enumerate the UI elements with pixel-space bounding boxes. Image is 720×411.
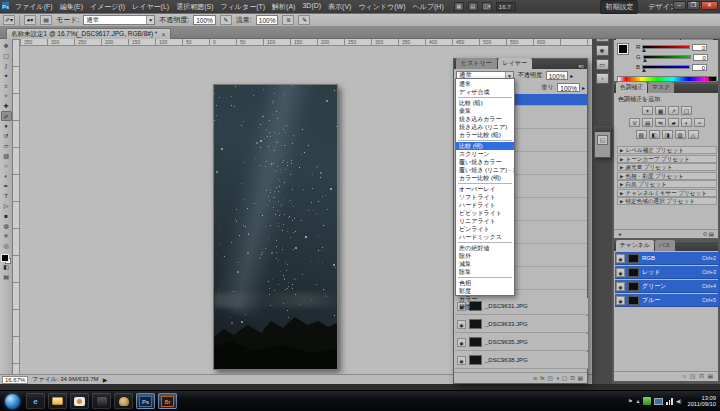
close-button[interactable]: ✕ — [701, 1, 718, 10]
blend-mode-option[interactable]: カラー比較 (暗) — [456, 131, 514, 139]
switch-panel-icon[interactable]: ◂ — [618, 231, 621, 237]
restore-button[interactable]: ❐ — [687, 1, 700, 10]
layer-row[interactable]: ◉_DSC9633.JPG — [455, 316, 588, 333]
layers-footer-icon-4[interactable]: ▢ — [562, 375, 567, 381]
layer-visibility-eye-icon[interactable]: ◉ — [457, 338, 466, 347]
document-tab[interactable]: 名称未設定1 @ 16.7%(_DSC9617.JPG, RGB/8#) * × — [6, 28, 171, 39]
channel-row[interactable]: ◉レッドCtrl+3 — [615, 266, 719, 279]
status-zoom-input[interactable]: 16.67% — [2, 376, 28, 384]
photoshop-logo-icon[interactable]: Ps — [2, 2, 9, 12]
workspace-active[interactable]: 初期設定 — [600, 0, 638, 14]
foreground-color-icon[interactable] — [1, 254, 9, 262]
menubar-menu[interactable]: 解析(A) — [272, 2, 295, 12]
blend-mode-option[interactable]: 焼き込み (リニア) — [456, 123, 514, 131]
adjustment-icon[interactable]: ≈ — [694, 118, 705, 127]
path-select-tool[interactable]: ▷ — [1, 201, 12, 211]
taskbar-app-icon-2[interactable] — [114, 393, 133, 409]
mini-panel-icon[interactable]: ◱ — [597, 135, 608, 145]
screen-mode-icon[interactable]: ◫▾ — [482, 2, 492, 11]
channel-visibility-eye-icon[interactable]: ◉ — [616, 254, 625, 263]
channels-tab[interactable]: パス — [655, 240, 675, 251]
brush-tool-icon[interactable]: ✐▾ — [3, 15, 15, 25]
adjustment-icon[interactable]: ▨ — [636, 130, 647, 139]
channels-footer-icon-1[interactable]: ◳ — [690, 373, 695, 379]
opacity-input[interactable]: 100% — [193, 15, 216, 25]
adjustment-icon[interactable]: △ — [688, 130, 699, 139]
channels-footer-icon-2[interactable]: ⊡ — [699, 373, 704, 379]
adjustment-icon[interactable]: ◧ — [649, 130, 660, 139]
adjustment-preset-row[interactable]: ▶チャンネルミキサー プリセット — [617, 189, 717, 197]
adjustments-tab[interactable]: 色調補正 — [616, 82, 647, 93]
layers-footer-icon-3[interactable]: ◑ — [556, 375, 559, 381]
pressure-size-icon[interactable]: ✎ — [298, 15, 310, 25]
layers-footer-icon-5[interactable]: ⊡ — [570, 375, 575, 381]
network-icon[interactable] — [666, 398, 673, 405]
photoshop-taskbar-button[interactable]: Ps — [136, 393, 155, 409]
blend-mode-option[interactable]: 色相 — [456, 279, 514, 287]
channel-row[interactable]: ◉RGBCtrl+2 — [615, 252, 719, 265]
rotate-view-tool[interactable]: ◍ — [1, 221, 12, 231]
crop-tool[interactable]: ⌗ — [1, 81, 12, 91]
lasso-tool[interactable]: ʃ — [1, 61, 12, 71]
blend-mode-option[interactable]: オーバーレイ — [456, 185, 514, 193]
blend-mode-option[interactable]: リニアライト — [456, 217, 514, 225]
mini-panel-titlebar[interactable] — [595, 127, 610, 132]
blend-mode-option[interactable]: 通常 — [456, 80, 514, 88]
adjustment-icon[interactable]: ▤ — [642, 118, 653, 127]
channels-footer-icon-0[interactable]: ○ — [683, 373, 686, 379]
blend-mode-option[interactable]: 除算 — [456, 268, 514, 276]
brush-preset-picker[interactable]: ●▾ — [24, 15, 36, 25]
taskbar-clock[interactable]: 13:09 2011/09/10 — [684, 395, 716, 408]
internet-explorer-icon[interactable]: e — [26, 393, 45, 409]
collapsed-panel-icon-4[interactable]: ◔ — [596, 73, 609, 84]
tray-app-icon[interactable] — [643, 397, 651, 405]
pen-tool[interactable]: ✒ — [1, 181, 12, 191]
layers-footer-icon-1[interactable]: fx — [540, 375, 544, 381]
tab-layers[interactable]: レイヤー — [498, 58, 532, 69]
channel-row[interactable]: ◉グリーンCtrl+4 — [615, 280, 719, 293]
layer-visibility-eye-icon[interactable]: ◉ — [457, 356, 466, 365]
adjustment-icon[interactable]: ▢ — [681, 106, 692, 115]
channels-footer-icon-3[interactable]: ▤ — [708, 373, 713, 379]
blur-tool[interactable]: ○ — [1, 161, 12, 171]
adjustment-preset-row[interactable]: ▶露光量 プリセット — [617, 163, 717, 171]
layer-opacity-input[interactable]: 100% — [546, 71, 569, 80]
menubar-menu[interactable]: 表示(V) — [328, 2, 351, 12]
media-player-icon[interactable] — [70, 393, 89, 409]
type-tool[interactable]: T — [1, 191, 12, 201]
zoom-level-box[interactable]: 16.7 ▾ — [496, 2, 517, 11]
adjustment-preset-row[interactable]: ▶レベル補正 プリセット — [617, 146, 717, 154]
tab-close-icon[interactable]: × — [161, 31, 165, 38]
status-expand-icon[interactable]: ▶ — [103, 376, 108, 383]
adjustment-icon[interactable]: ▥ — [675, 130, 686, 139]
eraser-tool[interactable]: ▱ — [1, 141, 12, 151]
dodge-tool[interactable]: ◐ — [1, 171, 12, 181]
blend-mode-option[interactable]: ピンライト — [456, 225, 514, 233]
hand-tool[interactable]: ✳ — [1, 231, 12, 241]
adjustment-icon[interactable]: ◨ — [662, 130, 673, 139]
blend-mode-option[interactable]: ディザ合成 — [456, 88, 514, 96]
adjustment-icon[interactable]: ↗ — [668, 106, 679, 115]
adjustment-icon[interactable]: ▦ — [655, 106, 666, 115]
color-slider-track[interactable] — [642, 45, 690, 49]
blend-mode-option[interactable]: ソフトライト — [456, 193, 514, 201]
blend-mode-option[interactable]: 比較 (暗) — [456, 99, 514, 107]
quick-mask-icon[interactable]: ◧ — [1, 262, 12, 272]
collapsed-panel-icon-3[interactable]: ▭ — [596, 59, 609, 70]
menubar-menu[interactable]: レイヤー(L) — [132, 2, 169, 12]
adjustment-preset-row[interactable]: ▶トーンカーブ プリセット — [617, 155, 717, 163]
collapsed-panel-icon-2[interactable]: ✺ — [596, 45, 609, 56]
menubar-menu[interactable]: フィルター(T) — [220, 2, 265, 12]
blend-mode-option[interactable]: 比較 (明) — [456, 142, 514, 150]
flow-input[interactable]: 100% — [256, 15, 279, 25]
clone-stamp-tool[interactable]: ♦ — [1, 121, 12, 131]
slider-value-input[interactable]: 0 — [692, 44, 707, 51]
eyedropper-tool[interactable]: ✧ — [1, 91, 12, 101]
adjustment-icon[interactable]: V — [629, 118, 640, 127]
expanded-view-icon[interactable]: ⊙ ▤ — [703, 231, 714, 237]
tray-display-icon[interactable] — [654, 398, 663, 405]
windows-explorer-icon[interactable] — [48, 393, 67, 409]
adjustment-preset-row[interactable]: ▶特定色域の選択 プリセット — [617, 197, 717, 205]
slider-value-input[interactable]: 0 — [693, 54, 708, 61]
gradient-tool[interactable]: ▨ — [1, 151, 12, 161]
